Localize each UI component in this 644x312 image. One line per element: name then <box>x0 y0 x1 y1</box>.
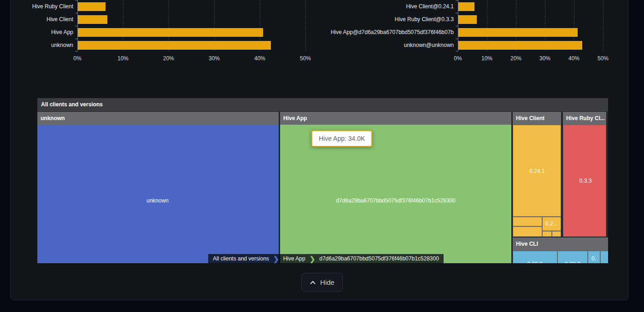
bar-unknown[interactable] <box>78 41 271 50</box>
bar-chart-clients: 0%10%20%30%40%50%Hive Ruby ClientHive Cl… <box>0 0 322 64</box>
bar-category-label: Hive App@d7d6a29ba6707bbd5075df376f46b07… <box>322 28 454 37</box>
treemap-block-label: 0. <box>591 255 596 262</box>
bar-category-label: Hive Ruby Client <box>0 2 73 11</box>
bar-category-label: unknown@unknown <box>322 41 454 50</box>
axis-tick-mark <box>75 13 77 13</box>
x-axis-tick-label: 30% <box>531 55 559 62</box>
axis-tick-mark <box>75 0 77 0</box>
tooltip-text: Hive App: 34.0K <box>319 135 365 142</box>
treemap-section-hive-client[interactable]: Hive Client0.24.10.2... <box>513 112 561 237</box>
treemap-block[interactable] <box>601 251 608 263</box>
x-axis-tick-label: 20% <box>155 55 182 62</box>
x-axis-tick-label: 10% <box>473 55 501 62</box>
hide-button[interactable]: Hide <box>301 273 343 292</box>
bar-chart-client-versions: 0%10%20%30%40%50%Hive Client@0.24.1Hive … <box>322 0 644 64</box>
treemap-title: All clients and versions <box>41 101 103 108</box>
axis-tick-mark <box>75 39 77 39</box>
treemap-block[interactable] <box>37 125 279 263</box>
treemap-block-label: unknown <box>146 197 169 204</box>
treemap-clients-and-versions: All clients and versions unknownunknownH… <box>37 98 608 263</box>
treemap-block-label: 0.2... <box>545 220 558 227</box>
treemap-block-label: 0.24.1 <box>529 168 544 174</box>
bar-hive-client[interactable] <box>78 15 107 24</box>
bar-hive-ruby-client[interactable] <box>78 2 105 11</box>
treemap-section-hive-cli[interactable]: Hive CLI0.23.00.23.00. <box>513 237 608 263</box>
x-axis-tick-label: 10% <box>109 55 137 62</box>
treemap-block-label: 0.23.0 <box>527 261 542 263</box>
bar-hive-app-d7d6a29ba6707bbd5075df376f46b07b[interactable] <box>458 28 578 37</box>
treemap-title-bar[interactable]: All clients and versions <box>37 98 608 111</box>
treemap-block[interactable] <box>513 217 542 226</box>
bar-category-label: unknown <box>0 41 73 50</box>
breadcrumb-chevron-icon: ❯ <box>309 254 316 264</box>
axis-tick-mark <box>456 51 458 52</box>
x-axis-tick-label: 50% <box>589 55 617 62</box>
treemap-block[interactable] <box>513 227 542 237</box>
x-axis-tick-label: 0% <box>444 55 472 62</box>
x-axis-tick-label: 40% <box>246 55 274 62</box>
breadcrumb-item[interactable]: Hive App <box>280 254 309 264</box>
axis-tick-mark <box>456 0 458 0</box>
bar-hive-client-0-24-1[interactable] <box>458 2 474 11</box>
chart-tooltip: Hive App: 34.0K <box>311 130 372 147</box>
treemap-breadcrumb: All clients and versions❯Hive App❯d7d6a2… <box>208 254 444 264</box>
breadcrumb-item[interactable]: All clients and versions <box>209 254 273 264</box>
bar-category-label: Hive Ruby Client@0.3.3 <box>322 15 454 24</box>
treemap-block[interactable] <box>543 231 551 237</box>
treemap-section-hive-ruby-cl-[interactable]: Hive Ruby Cl...0.3.3 <box>563 112 606 237</box>
bar-category-label: Hive Client@0.24.1 <box>322 2 454 11</box>
chevron-up-icon <box>310 279 316 286</box>
x-axis-tick-label: 0% <box>64 55 91 62</box>
axis-tick-mark <box>456 39 458 39</box>
x-axis-tick-label: 50% <box>292 55 319 62</box>
treemap-block[interactable] <box>552 231 561 237</box>
treemap-block-label: 0.3.3 <box>580 178 592 184</box>
treemap-block-label: 0.23.0 <box>565 261 580 263</box>
bar-category-label: Hive App <box>0 28 73 37</box>
hide-button-label: Hide <box>320 278 334 286</box>
axis-tick-mark <box>75 51 77 52</box>
treemap-block-label: d7d6a29ba6707bbd5075df376f46b07b1c528300 <box>336 197 456 204</box>
treemap-section-header: unknown <box>37 112 279 125</box>
x-axis-tick-label: 40% <box>560 55 588 62</box>
bar-hive-ruby-client-0-3-3[interactable] <box>458 15 477 24</box>
x-axis-tick-label: 30% <box>200 55 228 62</box>
breadcrumb-item[interactable]: d7d6a29ba6707bbd5075df376f46b07b1c528300 <box>316 254 443 264</box>
axis-tick-mark <box>456 13 458 13</box>
bar-unknown-unknown[interactable] <box>458 41 582 50</box>
axis-tick-mark <box>456 26 458 26</box>
x-axis-tick-label: 20% <box>502 55 530 62</box>
treemap-section-header: Hive App <box>280 112 511 125</box>
treemap-section-header: Hive Ruby Cl... <box>563 112 606 125</box>
bar-hive-app[interactable] <box>78 28 263 37</box>
treemap-section-unknown[interactable]: unknownunknown <box>37 112 279 263</box>
treemap-section-header: Hive Client <box>513 112 561 125</box>
treemap-section-header: Hive CLI <box>513 237 608 250</box>
axis-tick-mark <box>75 26 77 26</box>
x-gridline <box>305 0 306 51</box>
breadcrumb-chevron-icon: ❯ <box>273 254 280 264</box>
dashboard: 0%10%20%30%40%50%Hive Ruby ClientHive Cl… <box>0 0 644 312</box>
x-gridline <box>603 0 603 51</box>
bar-category-label: Hive Client <box>0 15 73 24</box>
